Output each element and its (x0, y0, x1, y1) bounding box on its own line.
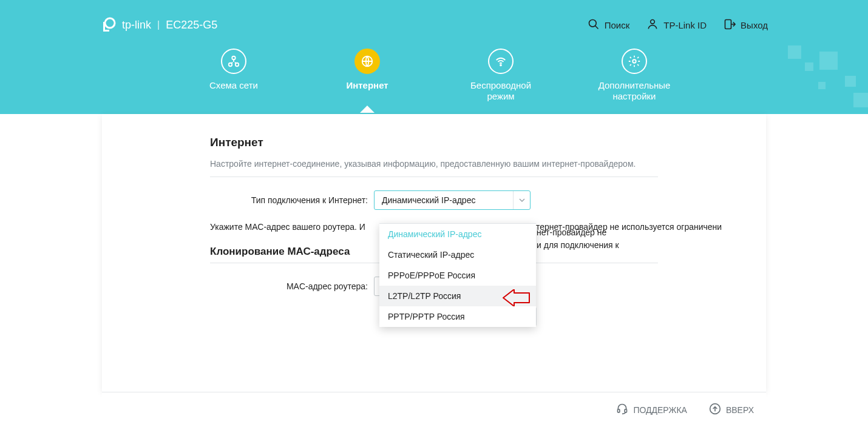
brand: tp-link | EC225-G5 (100, 17, 217, 33)
footer: ПОДДЕРЖКА ВВЕРХ (102, 392, 766, 427)
nav-advanced[interactable]: Дополнительные настройки (592, 49, 677, 102)
search-button[interactable]: Поиск (588, 18, 630, 32)
nav-internet-label: Интернет (346, 80, 388, 91)
search-label: Поиск (605, 20, 630, 30)
option-l2tp[interactable]: L2TP/L2TP Россия (379, 286, 536, 306)
svg-rect-14 (625, 409, 627, 412)
nav: Схема сети Интернет Беспроводной режим Д… (0, 41, 868, 102)
brand-name: tp-link (122, 19, 151, 32)
support-button[interactable]: ПОДДЕРЖКА (616, 403, 687, 417)
logout-button[interactable]: Выход (724, 18, 768, 32)
nav-network[interactable]: Схема сети (191, 49, 276, 102)
option-dynamic-ip[interactable]: Динамический IP-адрес (379, 224, 536, 244)
advanced-icon (622, 49, 647, 74)
logout-icon (724, 18, 736, 32)
conn-type-row: Тип подключения к Интернет: Динамический… (210, 190, 658, 210)
svg-point-3 (589, 19, 596, 27)
svg-line-4 (595, 25, 598, 29)
option-pptp[interactable]: PPTP/PPTP Россия (379, 306, 536, 327)
nav-wireless[interactable]: Беспроводной режим (458, 49, 543, 102)
conn-type-value: Динамический IP-адрес (382, 195, 475, 205)
mac-addr-label: MAC-адрес роутера: (210, 281, 374, 291)
conn-type-dropdown: Динамический IP-адрес Статический IP-адр… (379, 223, 536, 327)
brand-separator: | (157, 19, 160, 30)
svg-point-7 (232, 56, 236, 60)
nav-internet[interactable]: Интернет (325, 49, 410, 102)
svg-point-5 (651, 19, 655, 24)
svg-rect-6 (725, 19, 731, 29)
headset-icon (616, 403, 628, 417)
support-label: ПОДДЕРЖКА (633, 405, 687, 415)
section-desc: Настройте интернет-соединение, указывая … (210, 158, 658, 170)
header: tp-link | EC225-G5 Поиск TP-Link ID Выхо… (0, 0, 868, 114)
note-right-fragment: нет-провайдер не и для подключения к (537, 226, 619, 252)
internet-icon (354, 49, 380, 74)
search-icon (588, 18, 600, 32)
conn-type-select[interactable]: Динамический IP-адрес (374, 190, 531, 210)
svg-rect-13 (618, 409, 620, 412)
section-title: Интернет (210, 136, 658, 149)
tplink-id-label: TP-Link ID (663, 20, 707, 30)
tplink-id-button[interactable]: TP-Link ID (646, 18, 707, 32)
chevron-down-icon (513, 191, 530, 209)
logo-mark-icon (100, 17, 116, 33)
logout-label: Выход (741, 20, 768, 30)
wireless-icon (488, 49, 514, 74)
network-icon (221, 49, 246, 74)
option-pppoe[interactable]: PPPoE/PPPoE Россия (379, 265, 536, 286)
svg-point-0 (105, 18, 115, 28)
top-label: ВВЕРХ (726, 405, 754, 415)
nav-advanced-label: Дополнительные настройки (592, 80, 677, 102)
svg-point-12 (632, 59, 636, 63)
logo: tp-link (100, 17, 151, 33)
divider (210, 177, 658, 177)
header-actions: Поиск TP-Link ID Выход (588, 18, 768, 32)
top-button[interactable]: ВВЕРХ (709, 403, 754, 417)
svg-rect-2 (103, 30, 109, 32)
svg-point-11 (500, 65, 501, 66)
conn-type-label: Тип подключения к Интернет: (210, 195, 374, 205)
decorative-squares (777, 45, 868, 112)
arrow-up-icon (709, 403, 721, 417)
user-icon (646, 18, 659, 32)
nav-network-label: Схема сети (209, 80, 258, 91)
option-static-ip[interactable]: Статический IP-адрес (379, 244, 536, 265)
nav-wireless-label: Беспроводной режим (458, 80, 543, 102)
model-name: EC225-G5 (166, 19, 217, 32)
